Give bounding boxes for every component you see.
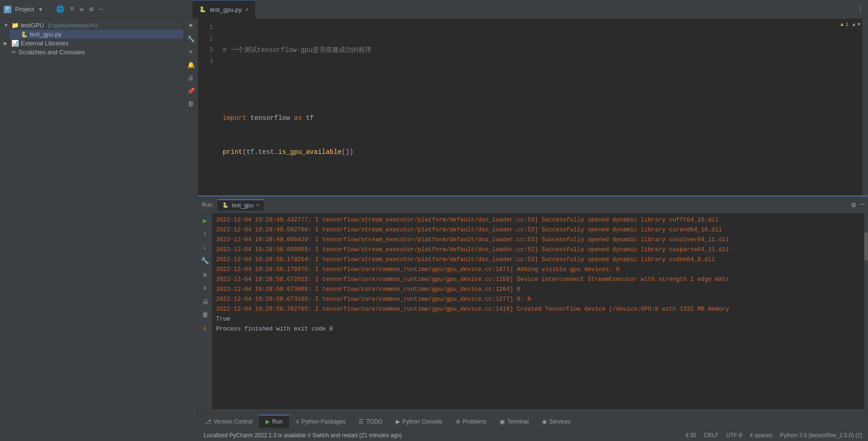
console-scrollbar[interactable] [864,213,868,409]
scratches-icon: ✏ [11,49,17,56]
console-output: 2022-12-04 19:28:49.432777: I tensorflow… [212,213,864,409]
console-line-1: 2022-12-04 19:28:49.432777: I tensorflow… [216,215,860,225]
cursor-position[interactable]: 4:30 [685,432,696,439]
ext-libs-icon: 📊 [11,40,19,47]
tab-problems[interactable]: ⊕ Problems [449,415,493,428]
tree-ext-libs-label: External Libraries [21,40,68,47]
tab-run[interactable]: ▶ Run [259,415,289,428]
run-tab-close[interactable]: × [256,203,259,208]
app-icon: P [4,6,11,13]
tab-filename: test_gpu.py [210,6,242,13]
run-play-button[interactable]: ▶ [201,215,208,226]
python-icon: 🐍 [21,31,28,38]
terminal-icon: ▣ [500,418,505,425]
run-tab[interactable]: 🐍 test_gpu × [217,199,264,211]
horizontal-scrollbar[interactable] [198,409,868,413]
project-tree: ▼ 📁 testGPU D:\pythonfile\testGPU ▶ 🐍 te… [0,19,184,441]
tab-python-packages[interactable]: ≡ Python Packages [289,415,352,428]
run-filter-icon[interactable]: ⬇ [201,283,208,294]
settings-icon[interactable]: ⚙ [89,5,93,13]
editor-tab-active[interactable]: 🐍 test_gpu.py × [192,0,255,19]
tab-run-label: Run [272,418,283,425]
structure-icon[interactable]: ≡ [70,5,74,13]
project-dropdown-icon[interactable]: ▼ [38,7,43,12]
encoding[interactable]: UTF-8 [726,432,742,439]
structure-gutter-icon[interactable]: 🔧 [186,34,196,44]
tree-item-file[interactable]: ▶ 🐍 test_gpu.py [9,30,184,39]
console-scrollbar-thumb[interactable] [864,232,868,261]
tree-ext-expand-icon: ▶ [4,41,9,46]
code-content[interactable]: # 一个测试tensorflow-gpu是否搭建成功的程序 import ten… [217,19,862,195]
left-gutter: ⚑ 🔧 ≡ 🔔 🖨 📌 🗑 [184,19,198,441]
run-down-icon[interactable]: ↓ [201,242,208,253]
scroll-down-icon[interactable]: ▼ [857,22,860,27]
console-line-10: 2022-12-04 19:28:58.782765: I tensorflow… [216,305,860,314]
minimize-icon[interactable]: — [99,5,103,13]
scroll-up-icon[interactable]: ▲ [852,22,856,27]
tab-version-control[interactable]: ⎇ Version Control [198,415,259,428]
tab-todo[interactable]: ☰ TODO [352,415,389,428]
sidebar: ▼ 📁 testGPU D:\pythonfile\testGPU ▶ 🐍 te… [0,19,184,441]
tab-terminal-label: Terminal [507,418,528,425]
tab-close-button[interactable]: × [245,7,248,12]
tree-project-path: D:\pythonfile\testGPU [48,23,98,28]
add-icon[interactable]: 🌐 [56,5,64,13]
tree-indent-1: ▶ 🐍 test_gpu.py [0,30,184,39]
python-console-icon: ▶ [396,418,400,425]
packages-icon: ≡ [296,418,299,425]
run-tab-name: test_gpu [232,202,253,209]
more-options-icon[interactable]: ⋮ [857,5,864,14]
run-panel: Run: 🐍 test_gpu × ⚙ — ▶ ↑ ↓ 🔧 ⇅ [198,195,868,413]
warning-triangle-icon: ▲ [841,22,844,27]
tree-project-name: testGPU [21,22,44,29]
tab-version-control-label: Version Control [214,418,252,425]
editor-scrollbar[interactable] [862,19,868,195]
tab-terminal[interactable]: ▣ Terminal [493,415,535,428]
hierarchy-icon[interactable]: ≡ [188,47,194,57]
tree-expand-icon: ▼ [4,23,9,28]
titlebar-toolbar: 🌐 ≡ ⇌ ⚙ — [56,5,103,13]
tab-todo-label: TODO [366,418,382,425]
warning-indicator: ▲ 1 ▲ ▼ [841,22,860,27]
console-line-2: 2022-12-04 19:28:49.502780: I tensorflow… [216,225,860,235]
delete-icon[interactable]: 🗑 [186,99,195,109]
tree-file-name: test_gpu.py [30,31,61,38]
line-ending[interactable]: CRLF [704,432,718,439]
problems-icon: ⊕ [456,418,460,425]
run-trash-icon[interactable]: 🗑 [200,310,210,320]
notification-icon[interactable]: 🔔 [186,60,196,70]
warning-count: 1 [845,22,849,27]
pin-icon[interactable]: 📌 [186,86,196,96]
interpreter[interactable]: Python 3.8 (tensorflow_2.5.0) (2) [780,432,862,439]
console-line-7: 2022-12-04 19:28:58.672915: I tensorflow… [216,275,860,285]
bookmark-icon[interactable]: ⚑ [188,21,194,31]
split-icon[interactable]: ⇌ [80,5,83,13]
console-line-5: 2022-12-04 19:28:50.178254: I tensorflow… [216,255,860,265]
run-tab-icon: 🐍 [222,202,229,208]
settings-run-icon[interactable]: ⚙ [851,200,856,210]
statusbar-message: Localized PyCharm 2022.1.3 is available … [204,432,678,439]
main-content: ▼ 📁 testGPU D:\pythonfile\testGPU ▶ 🐍 te… [0,19,868,441]
tree-item-scratches[interactable]: ▶ ✏ Scratches and Consoles [0,48,184,57]
tree-item-root[interactable]: ▼ 📁 testGPU D:\pythonfile\testGPU [0,21,184,30]
run-label: Run: [202,202,214,208]
console-line-6: 2022-12-04 19:28:50.178976: I tensorflow… [216,265,860,275]
run-wrench-icon[interactable]: 🔧 [200,255,210,266]
run-toolbar: Run: 🐍 test_gpu × ⚙ — [198,196,868,213]
run-sort-icon[interactable]: ⇅ [201,269,208,280]
run-pin-icon[interactable]: ⚓ [201,323,208,334]
tree-item-ext-libs[interactable]: ▶ 📊 External Libraries [0,39,184,48]
tree-scratches-label: Scratches and Consoles [18,49,85,56]
print-icon[interactable]: 🖨 [186,73,195,83]
run-print-icon[interactable]: 🖨 [200,297,210,307]
editor-tab-bar: 🐍 test_gpu.py × [192,0,857,19]
indent[interactable]: 4 spaces [750,432,772,439]
bottom-tabs: ⎇ Version Control ▶ Run ≡ Python Package… [198,413,868,429]
close-run-icon[interactable]: — [860,200,864,210]
tab-python-console[interactable]: ▶ Python Console [389,415,449,428]
todo-icon: ☰ [359,418,364,425]
tab-services[interactable]: ◉ Services [535,415,577,428]
project-label: Project [15,6,34,13]
run-up-icon[interactable]: ↑ [201,229,208,239]
console-line-8: 2022-12-04 19:28:58.673088: I tensorflow… [216,285,860,295]
